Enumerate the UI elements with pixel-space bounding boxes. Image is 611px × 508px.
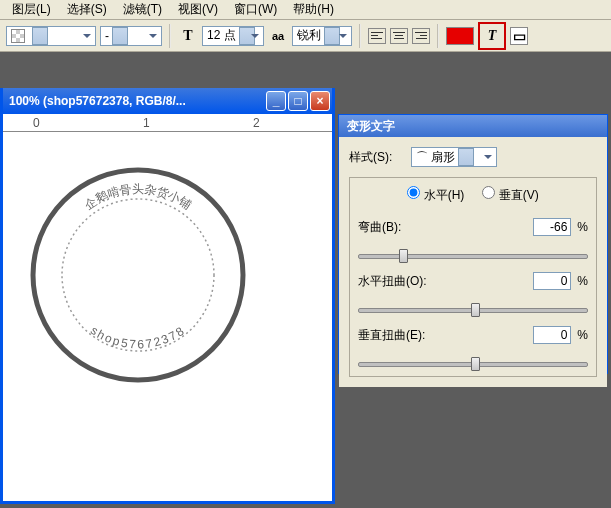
font-preset-icon: [11, 29, 25, 43]
antialias-label-icon: aa: [268, 26, 288, 46]
type-size-icon: T: [178, 26, 198, 46]
svg-text:企鹅啃骨头杂货小铺: 企鹅啃骨头杂货小铺: [82, 182, 195, 213]
menu-select[interactable]: 选择(S): [59, 0, 115, 20]
align-right-icon[interactable]: [412, 28, 430, 44]
menu-view[interactable]: 视图(V): [170, 0, 226, 20]
menubar: 图层(L) 选择(S) 滤镜(T) 视图(V) 窗口(W) 帮助(H): [0, 0, 611, 20]
hdist-slider[interactable]: [358, 300, 588, 318]
bend-slider[interactable]: [358, 246, 588, 264]
menu-layers[interactable]: 图层(L): [4, 0, 59, 20]
stamp-bottom-text: shop57672378: [88, 323, 188, 351]
document-title: 100% (shop57672378, RGB/8/...: [9, 94, 266, 108]
stamp-graphic: 企鹅啃骨头杂货小铺 shop57672378: [23, 160, 253, 390]
options-toolbar: - T 12 点 aa 锐利 T ▭: [0, 20, 611, 52]
separator: [169, 24, 171, 48]
font-style-combo[interactable]: -: [100, 26, 162, 46]
warp-text-button[interactable]: T: [478, 22, 506, 50]
separator: [437, 24, 439, 48]
ruler: 0 1 2: [3, 114, 332, 132]
vdist-input[interactable]: [533, 326, 571, 344]
vdist-label: 垂直扭曲(E):: [358, 327, 527, 344]
close-button[interactable]: ×: [310, 91, 330, 111]
menu-filter[interactable]: 滤镜(T): [115, 0, 170, 20]
document-window: 100% (shop57672378, RGB/8/... _ □ × 0 1 …: [0, 88, 335, 504]
separator: [359, 24, 361, 48]
titlebar[interactable]: 100% (shop57672378, RGB/8/... _ □ ×: [3, 88, 332, 114]
svg-point-1: [62, 199, 214, 351]
bend-input[interactable]: [533, 218, 571, 236]
warp-style-combo[interactable]: ⌒ 扇形: [411, 147, 497, 167]
hdist-input[interactable]: [533, 272, 571, 290]
vdist-slider[interactable]: [358, 354, 588, 372]
horizontal-radio[interactable]: 水平(H): [407, 186, 464, 204]
panel-title[interactable]: 变形文字: [339, 115, 607, 137]
align-center-icon[interactable]: [390, 28, 408, 44]
menu-window[interactable]: 窗口(W): [226, 0, 285, 20]
align-left-icon[interactable]: [368, 28, 386, 44]
vertical-radio[interactable]: 垂直(V): [482, 186, 538, 204]
stamp-top-text: 企鹅啃骨头杂货小铺: [82, 182, 195, 213]
font-family-combo[interactable]: [6, 26, 96, 46]
minimize-button[interactable]: _: [266, 91, 286, 111]
bend-label: 弯曲(B):: [358, 219, 527, 236]
warp-options-group: 水平(H) 垂直(V) 弯曲(B): % 水平扭曲(O): % 垂直扭曲(E):…: [349, 177, 597, 377]
hdist-label: 水平扭曲(O):: [358, 273, 527, 290]
maximize-button[interactable]: □: [288, 91, 308, 111]
font-size-combo[interactable]: 12 点: [202, 26, 264, 46]
menu-help[interactable]: 帮助(H): [285, 0, 342, 20]
fan-icon: ⌒: [416, 149, 428, 166]
antialias-combo[interactable]: 锐利: [292, 26, 352, 46]
canvas[interactable]: 企鹅啃骨头杂货小铺 shop57672378: [3, 132, 332, 501]
palette-button[interactable]: ▭: [510, 27, 528, 45]
svg-text:shop57672378: shop57672378: [88, 323, 188, 351]
text-color-swatch[interactable]: [446, 27, 474, 45]
warp-text-panel: 变形文字 样式(S): ⌒ 扇形 水平(H) 垂直(V) 弯曲(B): % 水平…: [338, 114, 608, 374]
style-label: 样式(S):: [349, 149, 405, 166]
